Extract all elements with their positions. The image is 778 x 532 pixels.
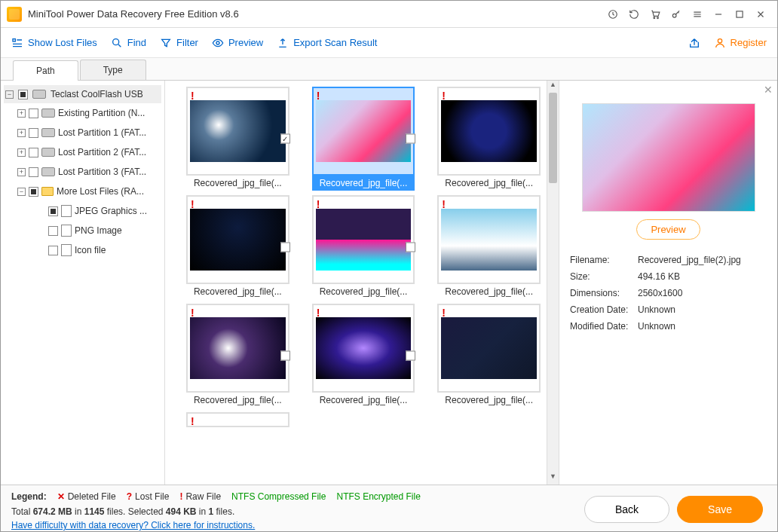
raw-file-icon: ! [442, 198, 446, 210]
preview-meta: Filename:Recovered_jpg_file(2).jpg Size:… [570, 252, 767, 335]
main-content: − Teclast CoolFlash USB +Existing Partit… [1, 81, 777, 485]
tree-subitem-label: Icon file [75, 245, 106, 255]
legend-label: Legend: [11, 491, 47, 502]
scroll-track[interactable] [547, 93, 559, 472]
minimize-button[interactable] [708, 4, 729, 25]
file-checkbox[interactable]: ✓ [280, 134, 290, 144]
file-name: Recovered_jpg_file(... [312, 284, 415, 299]
tree-subitem[interactable]: JPEG Graphics ... [4, 201, 161, 221]
file-checkbox[interactable] [280, 351, 290, 361]
checkbox[interactable] [29, 187, 38, 197]
checkbox[interactable] [29, 109, 38, 118]
title-bar: MiniTool Power Data Recovery Free Editio… [1, 1, 777, 28]
legend-raw: Raw File [185, 491, 221, 502]
thumbnail [441, 100, 537, 162]
menu-icon[interactable] [687, 4, 708, 25]
file-card[interactable]: !Recovered_jpg_file(... [297, 195, 415, 299]
file-card[interactable]: ✓!Recovered_jpg_file(... [297, 87, 415, 191]
refresh-icon[interactable] [623, 4, 645, 25]
legend-ntfs-e: NTFS Encrypted File [336, 491, 420, 502]
file-card[interactable]: !Recovered_jpg_file(... [422, 304, 541, 408]
close-button[interactable] [750, 4, 771, 25]
tree-item[interactable]: +Lost Partition 3 (FAT... [4, 162, 161, 182]
tree-item[interactable]: +Lost Partition 2 (FAT... [4, 142, 161, 162]
deleted-file-icon: ✕ [57, 491, 65, 502]
expand-icon[interactable]: + [17, 109, 26, 118]
tree-item-label: More Lost Files (RA... [57, 186, 144, 197]
register-button[interactable]: Register [714, 37, 767, 49]
maximize-button[interactable] [729, 4, 750, 25]
raw-file-icon: ! [317, 198, 320, 210]
show-lost-files-button[interactable]: Show Lost Files [11, 37, 97, 49]
expand-icon[interactable]: + [17, 168, 26, 176]
preview-open-button[interactable]: Preview [636, 219, 700, 240]
scroll-down-icon[interactable]: ▼ [547, 472, 559, 485]
meta-value-dimensions: 2560x1600 [638, 285, 682, 301]
close-preview-icon[interactable]: ✕ [764, 84, 773, 96]
thumbnail [441, 317, 537, 379]
preview-button[interactable]: Preview [212, 37, 263, 49]
svg-rect-5 [13, 38, 15, 41]
tree-root[interactable]: − Teclast CoolFlash USB [4, 85, 161, 103]
checkbox[interactable] [29, 167, 38, 177]
eye-icon [212, 37, 224, 49]
tree-subitem[interactable]: PNG Image [4, 221, 161, 240]
tree-item[interactable]: +Existing Partition (N... [4, 103, 161, 123]
export-label: Export Scan Result [293, 37, 377, 48]
scrollbar[interactable]: ▲ ▼ [547, 81, 559, 485]
share-button[interactable] [688, 37, 700, 49]
file-card[interactable]: !Recovered_jpg_file(... [297, 304, 415, 408]
scroll-thumb[interactable] [549, 93, 557, 183]
tab-type[interactable]: Type [80, 60, 146, 80]
register-label: Register [731, 37, 767, 48]
tree-item-label: Lost Partition 1 (FAT... [58, 127, 146, 138]
export-button[interactable]: Export Scan Result [277, 37, 377, 49]
raw-file-icon: ! [317, 307, 320, 319]
list-icon [11, 37, 23, 49]
file-checkbox[interactable] [406, 351, 415, 361]
tree-subitem[interactable]: Icon file [4, 240, 161, 260]
meta-label-modified: Modified Date: [570, 318, 638, 335]
save-button[interactable]: Save [677, 496, 763, 523]
checkbox[interactable] [29, 148, 38, 157]
grid-wrap: !Recovered_jpg_file(...✓!Recovered_jpg_f… [165, 81, 559, 485]
file-card[interactable]: ! [171, 412, 289, 427]
expand-icon[interactable]: + [17, 148, 26, 157]
legend-lost: Lost File [135, 491, 169, 502]
tree-item[interactable]: +Lost Partition 1 (FAT... [4, 123, 161, 142]
tree-item[interactable]: −More Lost Files (RA... [4, 182, 161, 201]
file-checkbox[interactable] [406, 134, 415, 144]
scroll-up-icon[interactable]: ▲ [547, 81, 559, 93]
svg-point-7 [216, 41, 219, 44]
tab-path[interactable]: Path [13, 60, 78, 81]
filter-icon [160, 37, 172, 49]
collapse-icon[interactable]: − [17, 188, 26, 196]
tree-root-label: Teclast CoolFlash USB [51, 89, 143, 99]
svg-point-1 [654, 17, 655, 18]
meta-value-filename: Recovered_jpg_file(2).jpg [638, 252, 741, 268]
checkbox[interactable] [48, 246, 58, 255]
thumbnail [190, 209, 286, 271]
meta-label-dimensions: Dimensions: [570, 285, 638, 301]
filter-button[interactable]: Filter [160, 37, 198, 49]
help-link[interactable]: Have difficulty with data recovery? Clic… [11, 520, 255, 530]
file-card[interactable]: !Recovered_jpg_file(... [171, 87, 289, 191]
checkbox[interactable] [48, 206, 58, 216]
collapse-icon[interactable]: − [5, 90, 14, 99]
file-card[interactable]: !Recovered_jpg_file(... [171, 195, 289, 299]
cart-icon[interactable] [645, 4, 666, 25]
app-title: MiniTool Power Data Recovery Free Editio… [28, 8, 239, 20]
find-button[interactable]: Find [111, 37, 146, 49]
file-checkbox[interactable] [406, 243, 415, 252]
checkbox[interactable] [48, 226, 58, 236]
checkbox[interactable] [18, 90, 28, 99]
file-card[interactable]: !Recovered_jpg_file(... [422, 87, 541, 191]
file-card[interactable]: !Recovered_jpg_file(... [422, 195, 541, 299]
expand-icon[interactable]: + [17, 129, 26, 137]
checkbox[interactable] [29, 128, 38, 138]
file-checkbox[interactable] [280, 243, 290, 252]
home-icon[interactable] [602, 4, 623, 25]
file-card[interactable]: !Recovered_jpg_file(... [171, 304, 289, 408]
key-icon[interactable] [666, 4, 687, 25]
back-button[interactable]: Back [584, 496, 669, 523]
